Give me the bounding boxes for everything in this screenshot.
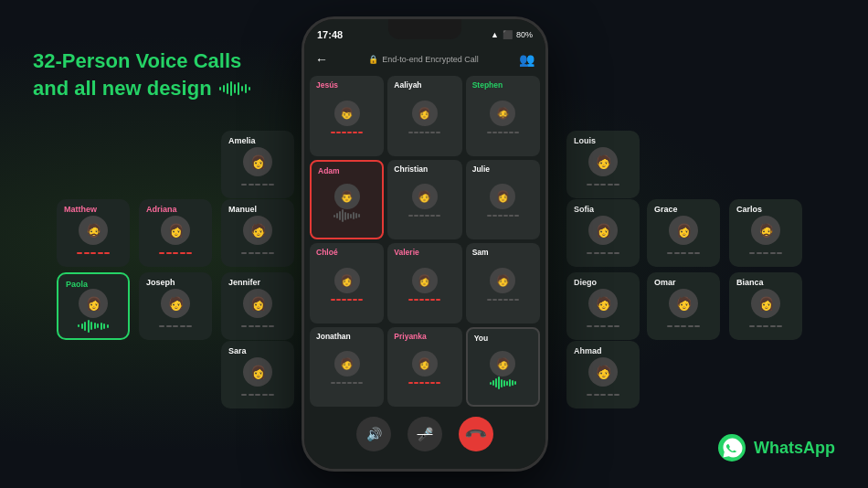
participants-icon[interactable]: 👥 [519, 52, 535, 67]
bg-tile-joseph: Joseph🧑 [139, 272, 212, 340]
bg-wave-manuel [241, 248, 274, 259]
bg-tile-name-amelia: Amelia [228, 136, 256, 145]
phone-screen: 17:48 ▲ ⬛ 80% ← 🔒 End-to-end Encrypted C… [304, 19, 545, 469]
bg-tile-ahmad: Ahmad🧑 [566, 341, 640, 408]
back-arrow[interactable]: ← [315, 52, 328, 67]
tile-avatar-sam: 🧑 [490, 268, 515, 293]
bg-tile-name-manuel: Manuel [228, 205, 257, 214]
bg-tile-name-ahmad: Ahmad [574, 346, 602, 355]
call-tile-adam: Adam👨 [310, 160, 384, 240]
signal-icon: ▲ [491, 30, 499, 39]
call-tile-jesús: Jesús👦 [310, 76, 384, 156]
bg-avatar-joseph: 🧑 [161, 289, 190, 318]
tile-wave-jonathan [331, 378, 363, 387]
call-tile-christian: Christian🧑 [387, 160, 461, 240]
bg-wave-bianca [749, 321, 782, 332]
bg-wave-grace [667, 248, 700, 259]
tile-name-valerie: Valerie [394, 248, 418, 257]
tile-name-christian: Christian [394, 164, 428, 174]
whatsapp-logo-icon [717, 433, 746, 462]
bg-tile-amelia: Amelia👩 [221, 131, 294, 198]
call-grid: Jesús👦Aaliyah👩Stephen🧔Adam👨Christian🧑Jul… [310, 76, 540, 407]
tile-name-jesús: Jesús [316, 80, 338, 90]
call-tile-sam: Sam🧑 [466, 243, 540, 324]
bg-wave-sara [241, 389, 274, 400]
bg-avatar-amelia: 👩 [243, 147, 272, 176]
tile-avatar-aaliyah: 👩 [412, 101, 438, 126]
tile-name-priyanka: Priyanka [394, 332, 426, 341]
tile-wave-valerie [408, 295, 440, 304]
battery-icon: 80% [516, 30, 533, 39]
status-icons: ▲ ⬛ 80% [491, 30, 533, 39]
tile-avatar-you: 🧑 [490, 351, 515, 377]
bg-avatar-matthew: 🧔 [79, 216, 108, 245]
bg-avatar-omar: 🧑 [669, 289, 698, 318]
bg-avatar-paola: 👩 [79, 289, 108, 318]
tile-wave-stephen [487, 128, 519, 137]
tile-wave-julie [487, 211, 519, 220]
call-header-center: 🔒 End-to-end Encrypted Call [368, 55, 479, 64]
bg-tile-name-matthew: Matthew [64, 205, 97, 214]
bg-tile-sofia: Sofia👩 [566, 199, 640, 267]
tile-wave-adam [333, 211, 360, 220]
tile-avatar-stephen: 🧔 [490, 101, 515, 126]
bg-wave-diego [587, 321, 619, 332]
bg-avatar-diego: 🧑 [588, 289, 618, 318]
tile-avatar-julie: 👩 [490, 184, 515, 209]
wifi-icon: ⬛ [503, 30, 513, 39]
tile-avatar-chloé: 👩 [334, 268, 360, 293]
bg-wave-amelia [241, 179, 274, 190]
bg-avatar-ahmad: 🧑 [588, 357, 618, 387]
status-time: 17:48 [317, 29, 343, 40]
bg-wave-paola [78, 321, 109, 332]
bg-tile-name-bianca: Bianca [736, 278, 764, 287]
bg-tile-name-jennifer: Jennifer [228, 278, 260, 287]
bg-tile-adriana: Adriana👩 [139, 199, 212, 267]
bg-avatar-louis: 🧑 [588, 147, 618, 176]
mute-icon: 🎤 [418, 427, 433, 441]
bg-tile-name-omar: Omar [654, 278, 676, 287]
tile-name-you: You [474, 334, 488, 343]
tile-avatar-jonathan: 🧑 [334, 351, 360, 377]
whatsapp-brand: WhatsApp [717, 433, 835, 462]
phone-notch [388, 19, 461, 39]
bg-tile-jennifer: Jennifer👩 [221, 272, 294, 340]
bg-tile-name-adriana: Adriana [146, 205, 177, 214]
tile-avatar-christian: 🧑 [412, 184, 438, 209]
call-header: ← 🔒 End-to-end Encrypted Call 👥 [304, 43, 545, 76]
bg-tile-name-sofia: Sofia [574, 205, 594, 214]
bg-tile-omar: Omar🧑 [647, 272, 720, 340]
bg-avatar-grace: 👩 [669, 216, 698, 245]
bg-wave-jennifer [241, 321, 274, 332]
tile-wave-christian [408, 211, 440, 220]
bg-tile-diego: Diego🧑 [566, 272, 640, 340]
bg-wave-adriana [159, 248, 192, 259]
bg-tile-louis: Louis🧑 [566, 131, 640, 198]
bg-tile-name-carlos: Carlos [736, 205, 762, 214]
call-tile-valerie: Valerie👩 [387, 243, 461, 324]
call-tile-stephen: Stephen🧔 [466, 76, 540, 156]
speaker-button[interactable]: 🔊 [356, 417, 391, 451]
tile-avatar-jesús: 👦 [334, 101, 360, 126]
tile-name-aaliyah: Aaliyah [394, 80, 421, 90]
bg-avatar-jennifer: 👩 [243, 289, 272, 318]
bg-tile-name-grace: Grace [654, 205, 678, 214]
bg-tile-name-joseph: Joseph [146, 278, 175, 287]
bg-avatar-carlos: 🧔 [751, 216, 780, 245]
tile-wave-aaliyah [408, 128, 440, 137]
call-tile-aaliyah: Aaliyah👩 [387, 76, 461, 156]
tile-name-julie: Julie [472, 164, 490, 174]
whatsapp-text: WhatsApp [754, 439, 835, 458]
bg-avatar-sara: 👩 [243, 357, 272, 387]
end-call-icon: 📞 [463, 421, 489, 447]
end-call-button[interactable]: 📞 [459, 417, 493, 451]
speaker-icon: 🔊 [366, 427, 382, 441]
bg-tile-grace: Grace👩 [647, 199, 720, 267]
call-tile-you: You🧑 [466, 327, 540, 408]
tile-wave-chloé [331, 295, 363, 304]
bg-tile-matthew: Matthew🧔 [57, 199, 130, 267]
call-label: End-to-end Encrypted Call [382, 55, 479, 64]
bg-avatar-adriana: 👩 [161, 216, 190, 245]
mute-button[interactable]: 🎤 [408, 417, 442, 451]
tile-wave-jesús [331, 128, 363, 137]
